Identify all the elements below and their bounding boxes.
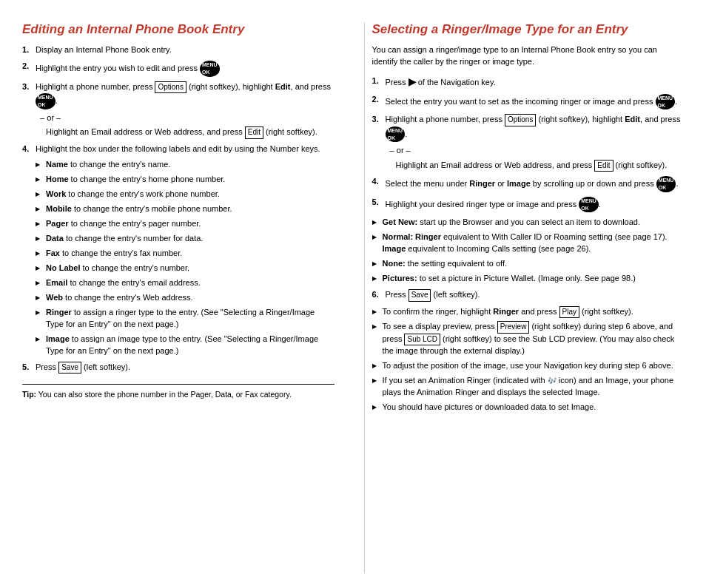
left-step-2: Highlight the entry you wish to edit and… xyxy=(22,61,334,77)
tip-box: Tip: You can also store the phone number… xyxy=(22,384,334,400)
preview-box: Preview xyxy=(497,321,530,334)
menu-key-step2-right: MENUOK xyxy=(656,94,676,110)
left-bullets: Name to change the entry's name. Home to… xyxy=(36,159,334,356)
bullet-getnew: Get New: start up the Browser and you ca… xyxy=(372,217,685,229)
extra-bullet-5: You should have pictures or downloaded d… xyxy=(372,402,685,413)
menu-key-step3a-left: MENUOK xyxy=(36,93,56,109)
left-title: Editing an Internal Phone Book Entry xyxy=(22,22,334,37)
tip-label: Tip: xyxy=(22,390,36,399)
bullet-normal: Normal: Ringer equivalent to With Caller… xyxy=(372,232,685,255)
right-extra-bullets: To confirm the ringer, highlight Ringer … xyxy=(372,306,685,413)
tip-text: You can also store the phone number in t… xyxy=(36,390,292,399)
right-step-3: Highlight a phone number, press Options … xyxy=(372,114,685,172)
right-step-1: Press ▶ of the Navigation key. xyxy=(372,75,685,89)
menu-key-step4-right: MENUOK xyxy=(656,176,676,192)
bullet-data: Data to change the entry's number for da… xyxy=(36,233,334,245)
nav-symbol: ▶ xyxy=(409,76,416,87)
left-column: Editing an Internal Phone Book Entry Dis… xyxy=(22,22,342,573)
right-steps: Press ▶ of the Navigation key. Select th… xyxy=(372,75,685,213)
extra-bullet-1: To confirm the ringer, highlight Ringer … xyxy=(372,306,685,319)
right-step-5: Highlight your desired ringer type or im… xyxy=(372,197,685,213)
options-box-right: Options xyxy=(505,114,536,126)
bullet-email: Email to change the entry's email addres… xyxy=(36,277,334,289)
right-step-4: Select the menu under Ringer or Image by… xyxy=(372,176,685,192)
step3-alt-left: Highlight an Email address or Web addres… xyxy=(36,126,334,139)
extra-bullet-2: To see a display preview, press Preview … xyxy=(372,321,685,357)
options-box-left: Options xyxy=(155,81,186,94)
bullet-name: Name to change the entry's name. xyxy=(36,159,334,171)
bullet-ringer: Ringer to assign a ringer type to the en… xyxy=(36,307,334,331)
menu-key-step2-left: MENUOK xyxy=(200,61,220,77)
edit-box-left: Edit xyxy=(245,126,263,139)
left-step-5: Press Save (left softkey). xyxy=(22,362,334,374)
animation-icon: 🎶 xyxy=(548,376,557,385)
right-step-6: Press Save (left softkey). xyxy=(372,289,685,302)
bullet-pager: Pager to change the entry's pager number… xyxy=(36,218,334,230)
menu-key-step3a-right: MENUOK xyxy=(386,126,406,143)
left-step-4: Highlight the box under the following la… xyxy=(22,143,334,357)
right-intro: You can assign a ringer/image type to an… xyxy=(372,44,685,68)
right-steps-continued: Press Save (left softkey). xyxy=(372,289,685,302)
bullet-web: Web to change the entry's Web address. xyxy=(36,292,334,304)
or-text-right: – or – xyxy=(386,145,685,156)
sublcd-box: Sub LCD xyxy=(404,334,440,346)
left-step-3: Highlight a phone number, press Options … xyxy=(22,81,334,139)
bullet-home: Home to change the entry's home phone nu… xyxy=(36,174,334,186)
bullet-fax: Fax to change the entry's fax number. xyxy=(36,248,334,260)
bullet-none: None: the setting equivalent to off. xyxy=(372,258,685,270)
play-box: Play xyxy=(559,306,579,319)
save-box-left: Save xyxy=(58,362,81,374)
bullet-work: Work to change the entry's work phone nu… xyxy=(36,189,334,200)
edit-box-right: Edit xyxy=(594,160,613,172)
left-step-1: Display an Internal Phone Book entry. xyxy=(22,44,334,56)
extra-bullet-3: To adjust the position of the image, use… xyxy=(372,360,685,372)
left-steps: Display an Internal Phone Book entry. Hi… xyxy=(22,44,334,374)
bullet-image: Image to assign an image type to the ent… xyxy=(36,334,334,357)
step3-main-left: Highlight a phone number, press Options … xyxy=(36,82,331,105)
bullet-mobile: Mobile to change the entry's mobile phon… xyxy=(36,203,334,215)
step3-alt-right: Highlight an Email address or Web addres… xyxy=(386,160,685,172)
bullet-nolabel: No Label to change the entry's number. xyxy=(36,263,334,274)
right-bullets: Get New: start up the Browser and you ca… xyxy=(372,217,685,285)
step3-main-right: Highlight a phone number, press Options … xyxy=(386,115,681,138)
right-step-2: Select the entry you want to set as the … xyxy=(372,94,685,110)
right-column: Selecting a Ringer/Image Type for an Ent… xyxy=(364,22,685,573)
or-text-left: – or – xyxy=(36,112,334,124)
save-box-right: Save xyxy=(409,289,431,302)
extra-bullet-4: If you set an Animation Ringer (indicate… xyxy=(372,375,685,399)
right-title: Selecting a Ringer/Image Type for an Ent… xyxy=(372,22,685,37)
menu-key-step5-right: MENUOK xyxy=(579,197,599,213)
bullet-pictures: Pictures: to set a picture in Picture Wa… xyxy=(372,273,685,285)
